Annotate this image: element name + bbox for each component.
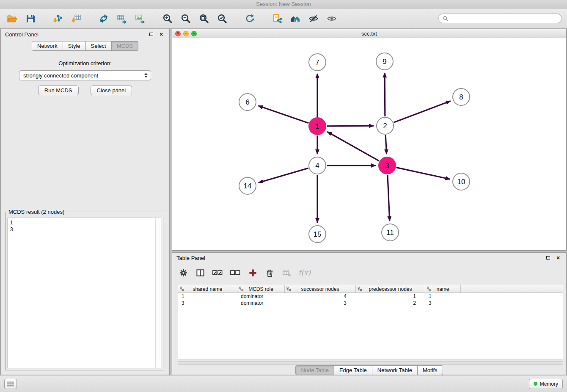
- tab-node-table[interactable]: Node Table: [295, 365, 334, 375]
- node-6[interactable]: 6: [239, 94, 256, 110]
- export-table-button[interactable]: [115, 11, 129, 26]
- node-2[interactable]: 2: [377, 117, 394, 134]
- network-canvas[interactable]: 7968124314101511: [172, 38, 566, 250]
- node-4[interactable]: 4: [309, 157, 326, 174]
- refresh-button[interactable]: [242, 11, 257, 26]
- close-panel-button[interactable]: ×: [157, 31, 165, 38]
- column-header-mcds-role[interactable]: MCDS role: [237, 285, 285, 293]
- zoom-fit-button[interactable]: [197, 11, 211, 26]
- status-menu-button[interactable]: [4, 379, 17, 389]
- tab-mcds[interactable]: MCDS: [112, 41, 138, 51]
- node-8[interactable]: 8: [453, 88, 470, 105]
- settings-button[interactable]: [178, 267, 188, 278]
- zoom-out-button[interactable]: [179, 11, 193, 26]
- column-header-shared-name[interactable]: shared name: [178, 285, 237, 293]
- delete-row-button[interactable]: [264, 267, 275, 278]
- column-header-successor-nodes[interactable]: successor nodes: [285, 285, 356, 293]
- import-table-button[interactable]: [69, 11, 83, 26]
- import-network-button[interactable]: [51, 11, 65, 26]
- minimize-window-button[interactable]: −: [183, 31, 189, 36]
- table-cell[interactable]: 1: [356, 293, 425, 299]
- network-window-title: scc.txt: [172, 30, 566, 37]
- control-panel-header: Control Panel ×: [1, 29, 169, 39]
- zoom-in-button[interactable]: [160, 11, 175, 26]
- search-input[interactable]: [451, 16, 558, 22]
- table-cell[interactable]: dominator: [237, 300, 285, 306]
- table-cell[interactable]: 4: [285, 293, 356, 299]
- svg-text:9: 9: [383, 58, 386, 66]
- float-table-panel-button[interactable]: [544, 254, 552, 261]
- float-panel-button[interactable]: [147, 31, 155, 38]
- deselect-all-button[interactable]: [230, 267, 241, 278]
- status-bar: Memory: [0, 375, 567, 392]
- column-type-icon: [239, 287, 244, 291]
- table-row[interactable]: 3dominator323: [178, 300, 563, 306]
- control-panel-tabs: NetworkStyleSelectMCDS: [1, 41, 169, 51]
- add-row-button[interactable]: [248, 267, 258, 278]
- hide-details-button[interactable]: [306, 11, 321, 26]
- tab-select[interactable]: Select: [86, 41, 112, 51]
- select-all-button[interactable]: [212, 267, 223, 278]
- result-scrollbar[interactable]: [155, 218, 161, 368]
- tab-edge-table[interactable]: Edge Table: [334, 365, 372, 375]
- node-14[interactable]: 14: [239, 177, 256, 194]
- edge-2-8[interactable]: [394, 101, 451, 123]
- zoom-selected-button[interactable]: [215, 11, 229, 26]
- function-button[interactable]: f(x): [298, 267, 311, 278]
- toolbar-search-box[interactable]: [438, 14, 562, 23]
- table-cell[interactable]: 1: [425, 293, 461, 299]
- run-mcds-button[interactable]: Run MCDS: [38, 86, 79, 95]
- memory-button[interactable]: Memory: [529, 379, 563, 389]
- delete-table-button[interactable]: [281, 267, 292, 278]
- settings-icon: [179, 268, 188, 277]
- deselect-all-icon: [230, 269, 241, 277]
- edge-1-6[interactable]: [259, 106, 309, 123]
- table-row[interactable]: 1dominator411: [178, 293, 563, 300]
- home-button[interactable]: [288, 11, 303, 26]
- table-cell[interactable]: 1: [178, 293, 237, 299]
- tab-style[interactable]: Style: [63, 41, 86, 51]
- node-7[interactable]: 7: [309, 54, 326, 71]
- node-10[interactable]: 10: [453, 173, 470, 190]
- node-3[interactable]: 3: [379, 157, 396, 174]
- export-network-icon: [99, 14, 109, 24]
- show-details-button[interactable]: [325, 11, 339, 26]
- close-panel-action-button[interactable]: Close panel: [91, 86, 132, 95]
- table-cell[interactable]: 3: [285, 300, 356, 306]
- edge-3-1[interactable]: [328, 132, 379, 161]
- clone-network-button[interactable]: [270, 11, 284, 26]
- export-network-button[interactable]: [96, 11, 111, 26]
- table-toolbar: f(x): [178, 265, 311, 280]
- open-file-button[interactable]: [5, 11, 19, 26]
- table-cell[interactable]: 3: [425, 300, 461, 306]
- node-11[interactable]: 11: [382, 224, 399, 241]
- table-cell[interactable]: 3: [178, 300, 237, 306]
- columns-button[interactable]: [195, 267, 205, 278]
- maximize-window-button[interactable]: +: [191, 31, 197, 36]
- column-header-filler: [461, 285, 563, 293]
- table-cell[interactable]: dominator: [237, 293, 285, 299]
- close-window-button[interactable]: ×: [175, 31, 181, 36]
- node-9[interactable]: 9: [376, 53, 393, 70]
- export-image-button[interactable]: [133, 11, 147, 26]
- column-header-predecessor-nodes[interactable]: predecessor nodes: [356, 285, 425, 293]
- show-details-icon: [327, 14, 337, 24]
- edge-2-3[interactable]: [385, 135, 386, 154]
- optimization-dropdown[interactable]: strongly connected component: [19, 70, 151, 80]
- tab-network-table[interactable]: Network Table: [372, 365, 418, 375]
- save-button[interactable]: [23, 11, 38, 26]
- edge-1-2[interactable]: [327, 126, 374, 126]
- node-15[interactable]: 15: [309, 226, 326, 243]
- node-1[interactable]: 1: [309, 118, 326, 135]
- edge-3-10[interactable]: [396, 168, 450, 179]
- edge-3-11[interactable]: [388, 175, 390, 221]
- table-cell[interactable]: 2: [356, 300, 425, 306]
- tab-motifs[interactable]: Motifs: [418, 365, 443, 375]
- close-table-panel-button[interactable]: ×: [554, 254, 562, 261]
- edge-2-9[interactable]: [385, 73, 385, 116]
- edge-4-14[interactable]: [259, 168, 308, 182]
- column-header-name[interactable]: name: [425, 285, 461, 293]
- table-horizontal-scrollbar[interactable]: [178, 361, 563, 365]
- open-file-icon: [7, 14, 18, 24]
- tab-network[interactable]: Network: [32, 41, 63, 51]
